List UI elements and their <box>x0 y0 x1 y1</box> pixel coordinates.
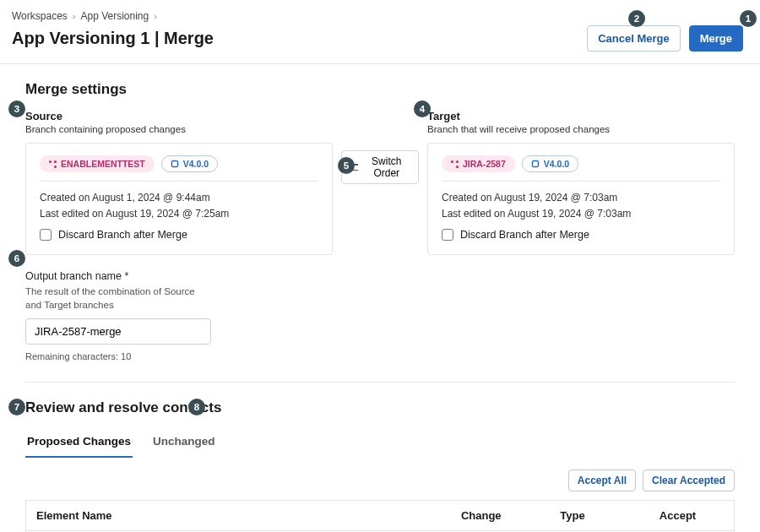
target-title: Target <box>427 110 735 122</box>
target-edited: Last edited on August 19, 2024 @ 7:03am <box>442 206 720 222</box>
callout-4: 4 <box>414 100 431 117</box>
source-card: ENABLEMENTTEST V4.0.0 Created on August … <box>25 143 333 255</box>
col-element-name: Element Name <box>26 501 451 531</box>
source-edited: Last edited on August 19, 2024 @ 7:25am <box>40 206 318 222</box>
target-discard-checkbox[interactable]: Discard Branch after Merge <box>442 229 720 241</box>
callout-6: 6 <box>8 250 25 267</box>
source-version-pill: V4.0.0 <box>161 155 218 172</box>
callout-8: 8 <box>188 399 205 415</box>
branch-icon <box>451 160 459 168</box>
cancel-merge-button[interactable]: Cancel Merge <box>587 25 681 52</box>
source-branch-pill: ENABLEMENTTEST <box>40 155 155 172</box>
conflicts-tabs: Proposed Changes Unchanged <box>25 428 735 458</box>
col-change: Change <box>451 501 550 531</box>
target-branch-label: JIRA-2587 <box>463 159 506 169</box>
conflicts-heading: Review and resolve conflicts <box>25 399 735 416</box>
callout-1: 1 <box>740 10 757 27</box>
output-branch-input[interactable] <box>25 318 211 345</box>
target-branch-pill: JIRA-2587 <box>442 155 515 172</box>
callout-5: 5 <box>338 157 355 174</box>
target-card: JIRA-2587 V4.0.0 Created on August 19, 2… <box>427 143 735 255</box>
source-discard-checkbox[interactable]: Discard Branch after Merge <box>40 229 318 241</box>
target-version-pill: V4.0.0 <box>522 155 578 172</box>
breadcrumb-app[interactable]: App Versioning <box>80 10 149 22</box>
remaining-characters: Remaining characters: 10 <box>25 351 735 361</box>
source-subtitle: Branch containing proposed changes <box>25 124 333 134</box>
output-branch-help: The result of the combination of Source … <box>25 285 211 312</box>
tab-proposed-changes[interactable]: Proposed Changes <box>25 428 133 458</box>
branch-icon <box>49 160 57 168</box>
chevron-right-icon: › <box>73 11 76 21</box>
target-discard-label: Discard Branch after Merge <box>460 229 589 241</box>
chevron-right-icon: › <box>154 11 157 21</box>
switch-order-label: Switch Order <box>363 155 410 179</box>
callout-3: 3 <box>8 100 25 117</box>
target-subtitle: Branch that will receive proposed change… <box>427 124 735 134</box>
callout-2: 2 <box>628 10 645 27</box>
checkbox-icon <box>40 229 52 241</box>
source-title: Source <box>25 110 333 122</box>
source-column: Source Branch containing proposed change… <box>25 110 333 255</box>
accept-all-button[interactable]: Accept All <box>568 470 636 491</box>
tab-unchanged[interactable]: Unchanged <box>151 428 217 458</box>
version-icon <box>529 158 541 170</box>
source-branch-label: ENABLEMENTTEST <box>61 159 145 169</box>
output-branch-label: Output branch name * <box>25 270 735 282</box>
changes-table: Element Name Change Type Accept App Vers… <box>25 500 735 532</box>
merge-button[interactable]: Merge <box>689 25 743 52</box>
source-created: Created on August 1, 2024 @ 9:44am <box>40 190 318 206</box>
breadcrumb-root[interactable]: Workspaces <box>12 10 68 22</box>
callout-7: 7 <box>8 399 25 415</box>
source-version-label: V4.0.0 <box>183 159 209 169</box>
target-column: Target Branch that will receive proposed… <box>427 110 735 255</box>
col-accept: Accept <box>649 501 735 531</box>
col-type: Type <box>550 501 649 531</box>
source-discard-label: Discard Branch after Merge <box>58 229 187 241</box>
clear-accepted-button[interactable]: Clear Accepted <box>643 470 735 491</box>
version-icon <box>169 158 181 170</box>
target-version-label: V4.0.0 <box>544 159 569 169</box>
merge-settings-heading: Merge settings <box>25 81 735 98</box>
target-created: Created on August 19, 2024 @ 7:03am <box>442 190 720 206</box>
checkbox-icon <box>442 229 453 241</box>
page-title: App Versioning 1 | Merge <box>12 29 214 48</box>
